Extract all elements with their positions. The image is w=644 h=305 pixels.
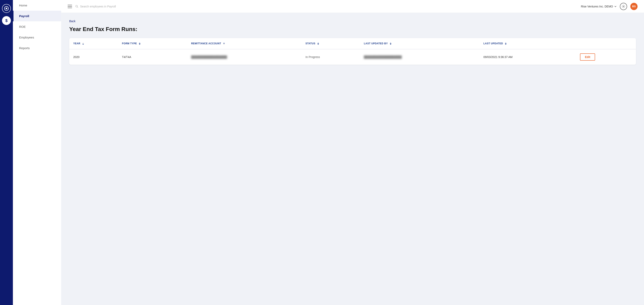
table-row: 2020 T4/T4A ██████████████████ In Progre… [69, 49, 636, 65]
cell-status: In Progress [302, 49, 360, 65]
col-remittance-account[interactable]: REMITTANCE ACCOUNT [187, 38, 302, 49]
svg-point-4 [623, 6, 624, 7]
sidebar-item-roe[interactable]: ROE [13, 21, 61, 32]
cell-action: Edit [576, 49, 636, 65]
cell-form-type: T4/T4A [118, 49, 187, 65]
cell-last-updated-by: ███████████████████ [360, 49, 480, 65]
col-last-updated-by[interactable]: LAST UPDATED BY [360, 38, 480, 49]
col-action [576, 38, 636, 49]
sidebar-item-reports[interactable]: Reports [13, 43, 61, 53]
search-bar[interactable]: Search employees in Payroll [75, 5, 578, 8]
table-card: YEAR FORM TYPE [69, 38, 636, 65]
sidebar: Home Payroll ROE Employees Reports [13, 0, 61, 305]
cell-last-updated: 09/03/2021 9:36:37 AM [480, 49, 576, 65]
dollar-icon[interactable]: $ [2, 16, 11, 25]
header-right: Rise Ventures Inc. DEMO BS [581, 3, 638, 10]
col-status[interactable]: STATUS [302, 38, 360, 49]
col-last-updated[interactable]: LAST UPDATED [480, 38, 576, 49]
sort-year-icon [82, 43, 84, 45]
col-form-type[interactable]: FORM TYPE [118, 38, 187, 49]
settings-icon[interactable] [620, 3, 627, 10]
left-rail: $ [0, 0, 13, 305]
sort-form-type-icon [139, 43, 140, 45]
col-year[interactable]: YEAR [69, 38, 118, 49]
cell-remittance-account: ██████████████████ [187, 49, 302, 65]
chevron-down-icon [614, 5, 617, 8]
page-title: Year End Tax Form Runs: [69, 26, 636, 33]
hamburger-menu[interactable] [68, 5, 72, 8]
edit-button[interactable]: Edit [580, 53, 595, 61]
search-icon [75, 5, 78, 8]
sidebar-item-payroll[interactable]: Payroll [13, 11, 61, 21]
sort-last-updated-icon [505, 43, 506, 45]
company-name[interactable]: Rise Ventures Inc. DEMO [581, 5, 617, 8]
sort-status-icon [317, 43, 319, 45]
sidebar-item-home[interactable]: Home [13, 0, 61, 11]
avatar[interactable]: BS [630, 3, 638, 10]
sidebar-item-employees[interactable]: Employees [13, 32, 61, 43]
svg-point-1 [6, 8, 7, 9]
sort-remittance-icon [223, 43, 225, 45]
main-area: Search employees in Payroll Rise Venture… [61, 0, 644, 305]
back-link[interactable]: Back [69, 20, 76, 23]
logo-icon[interactable] [2, 4, 11, 13]
svg-point-2 [76, 5, 78, 7]
sort-last-updated-by-icon [390, 43, 392, 45]
header: Search employees in Payroll Rise Venture… [61, 0, 644, 13]
content-area: Back Year End Tax Form Runs: YEAR [61, 13, 644, 305]
cell-year: 2020 [69, 49, 118, 65]
svg-line-3 [77, 7, 78, 8]
tax-form-runs-table: YEAR FORM TYPE [69, 38, 636, 65]
search-placeholder: Search employees in Payroll [80, 5, 116, 8]
